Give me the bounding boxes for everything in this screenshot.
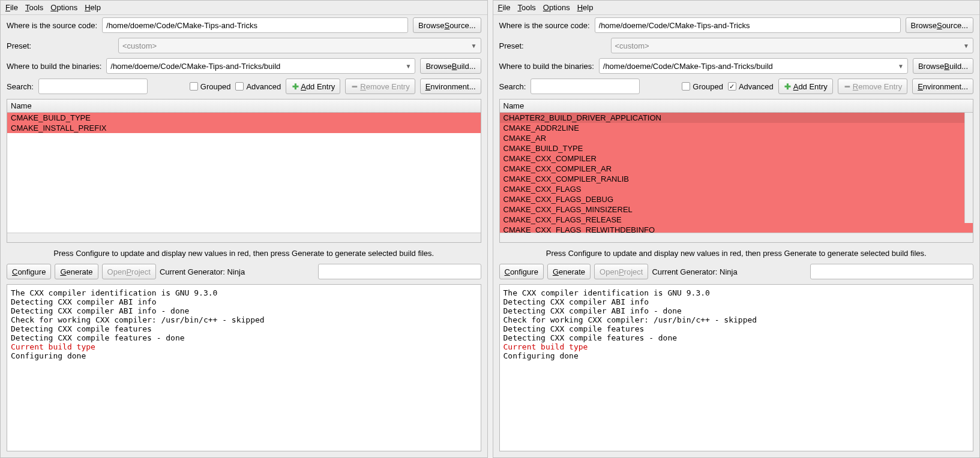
cache-variable-row[interactable]: CMAKE_BUILD_TYPE bbox=[500, 143, 973, 153]
environment-button[interactable]: Environment... bbox=[420, 79, 481, 94]
build-path-combo[interactable]: /home/doeme/Code/CMake-Tips-and-Tricks/b… bbox=[106, 58, 415, 74]
cache-variable-row[interactable]: CMAKE_CXX_COMPILER_AR bbox=[500, 164, 973, 174]
generate-button[interactable]: Generate bbox=[55, 264, 98, 279]
output-line: Configuring done bbox=[504, 351, 970, 360]
output-line: Configuring done bbox=[11, 351, 477, 360]
preset-combo[interactable]: <custom>▼ bbox=[118, 38, 481, 53]
chevron-down-icon: ▼ bbox=[898, 63, 904, 70]
cache-variable-row[interactable]: CMAKE_CXX_FLAGS_RELWITHDEBINFO bbox=[500, 225, 973, 233]
search-label: Search: bbox=[499, 82, 526, 91]
browse-build-button[interactable]: Browse Build... bbox=[420, 58, 481, 74]
advanced-checkbox[interactable]: Advanced bbox=[235, 82, 281, 91]
build-path-combo[interactable]: /home/doeme/Code/CMake-Tips-and-Tricks/b… bbox=[599, 58, 908, 74]
browse-source-button[interactable]: Browse Source... bbox=[413, 17, 481, 33]
cache-variable-row[interactable]: CMAKE_BUILD_TYPE bbox=[7, 113, 481, 123]
menubar: File Tools Options Help bbox=[493, 1, 980, 15]
add-entry-button[interactable]: ✚Add Entry bbox=[286, 79, 340, 94]
search-input[interactable] bbox=[531, 79, 640, 94]
menu-options[interactable]: Options bbox=[543, 3, 570, 12]
grouped-checkbox[interactable]: Grouped bbox=[682, 82, 723, 91]
cache-table-body-left[interactable]: CMAKE_BUILD_TYPECMAKE_INSTALL_PREFIX bbox=[7, 113, 481, 233]
source-path-input[interactable] bbox=[595, 17, 901, 33]
cache-variable-row[interactable]: CMAKE_INSTALL_PREFIX bbox=[7, 123, 481, 133]
grouped-checkbox[interactable]: Grouped bbox=[190, 82, 231, 91]
advanced-checkbox[interactable]: ✓Advanced bbox=[728, 82, 774, 91]
menubar: File Tools Options Help bbox=[1, 1, 487, 15]
menu-help[interactable]: Help bbox=[85, 3, 101, 12]
minus-icon: ━ bbox=[350, 82, 359, 91]
output-pane-right[interactable]: The CXX compiler identification is GNU 9… bbox=[499, 284, 974, 451]
source-path-input[interactable] bbox=[102, 17, 408, 33]
menu-tools[interactable]: Tools bbox=[517, 3, 535, 12]
menu-help[interactable]: Help bbox=[577, 3, 594, 12]
output-line: The CXX compiler identification is GNU 9… bbox=[11, 288, 477, 297]
menu-file[interactable]: File bbox=[5, 3, 18, 12]
cache-variable-row[interactable]: CMAKE_CXX_FLAGS bbox=[500, 184, 973, 194]
cache-variable-row[interactable]: CMAKE_AR bbox=[500, 133, 973, 143]
search-label: Search: bbox=[7, 82, 34, 91]
output-pane-left[interactable]: The CXX compiler identification is GNU 9… bbox=[7, 284, 481, 451]
cache-variable-row[interactable]: CHAPTER2_BUILD_DRIVER_APPLICATION bbox=[500, 113, 973, 123]
menu-options[interactable]: Options bbox=[50, 3, 77, 12]
cache-variable-row[interactable]: CMAKE_CXX_COMPILER_RANLIB bbox=[500, 174, 973, 184]
name-column-header[interactable]: Name bbox=[500, 100, 973, 113]
generate-button[interactable]: Generate bbox=[547, 264, 591, 279]
browse-build-button[interactable]: Browse Build... bbox=[913, 58, 973, 74]
cache-variable-row[interactable]: CMAKE_CXX_COMPILER bbox=[500, 153, 973, 164]
current-generator-label: Current Generator: Ninja bbox=[160, 267, 314, 276]
generator-extra-input[interactable] bbox=[318, 264, 481, 279]
cmake-gui-window-right: File Tools Options Help Where is the sou… bbox=[493, 0, 981, 458]
vertical-scrollbar[interactable] bbox=[964, 113, 973, 223]
horizontal-scrollbar[interactable] bbox=[7, 233, 481, 242]
menu-file[interactable]: File bbox=[498, 3, 511, 12]
generator-extra-input[interactable] bbox=[810, 264, 973, 279]
output-line: Detecting CXX compiler ABI info - done bbox=[504, 306, 970, 315]
cmake-gui-window-left: File Tools Options Help Where is the sou… bbox=[0, 0, 488, 458]
remove-entry-button[interactable]: ━Remove Entry bbox=[345, 79, 415, 94]
plus-icon: ✚ bbox=[784, 82, 792, 91]
cache-table: Name CMAKE_BUILD_TYPECMAKE_INSTALL_PREFI… bbox=[7, 99, 481, 243]
output-line: Detecting CXX compiler ABI info bbox=[11, 297, 477, 306]
cache-variable-row[interactable]: CMAKE_CXX_FLAGS_RELEASE bbox=[500, 215, 973, 225]
cache-variable-row[interactable]: CMAKE_ADDR2LINE bbox=[500, 123, 973, 133]
add-entry-button[interactable]: ✚Add Entry bbox=[778, 79, 833, 94]
preset-combo[interactable]: <custom>▼ bbox=[611, 38, 974, 53]
source-label: Where is the source code: bbox=[7, 21, 97, 30]
open-project-button[interactable]: Open Project bbox=[594, 264, 648, 279]
output-line: Detecting CXX compile features bbox=[11, 324, 477, 333]
cache-variable-row[interactable]: CMAKE_CXX_FLAGS_MINSIZEREL bbox=[500, 204, 973, 215]
search-input[interactable] bbox=[38, 79, 148, 94]
minus-icon: ━ bbox=[843, 82, 852, 91]
output-line: Detecting CXX compile features - done bbox=[11, 333, 477, 342]
configure-button[interactable]: Configure bbox=[7, 264, 51, 279]
chevron-down-icon: ▼ bbox=[963, 43, 969, 49]
source-label: Where is the source code: bbox=[499, 21, 590, 30]
horizontal-scrollbar[interactable] bbox=[500, 233, 973, 242]
preset-label: Preset: bbox=[499, 41, 606, 50]
name-column-header[interactable]: Name bbox=[7, 100, 481, 113]
cache-variable-row[interactable]: CMAKE_CXX_FLAGS_DEBUG bbox=[500, 194, 973, 204]
output-line: Detecting CXX compile features bbox=[504, 324, 970, 333]
configure-button[interactable]: Configure bbox=[499, 264, 544, 279]
build-label: Where to build the binaries: bbox=[7, 62, 101, 71]
preset-label: Preset: bbox=[7, 41, 113, 50]
build-label: Where to build the binaries: bbox=[499, 62, 594, 71]
output-line: Detecting CXX compiler ABI info bbox=[504, 297, 970, 306]
browse-source-button[interactable]: Browse Source... bbox=[906, 17, 973, 33]
output-line: Detecting CXX compile features - done bbox=[504, 333, 970, 342]
open-project-button[interactable]: Open Project bbox=[102, 264, 156, 279]
output-line: The CXX compiler identification is GNU 9… bbox=[504, 288, 970, 297]
hint-text: Press Configure to update and display ne… bbox=[1, 245, 487, 261]
output-line: Check for working CXX compiler: /usr/bin… bbox=[11, 315, 477, 324]
remove-entry-button[interactable]: ━Remove Entry bbox=[838, 79, 907, 94]
output-line: Check for working CXX compiler: /usr/bin… bbox=[504, 315, 970, 324]
current-generator-label: Current Generator: Ninja bbox=[652, 267, 807, 276]
menu-tools[interactable]: Tools bbox=[25, 3, 43, 12]
hint-text: Press Configure to update and display ne… bbox=[493, 245, 980, 261]
output-line: Current build type bbox=[504, 342, 970, 351]
cache-table-body-right[interactable]: CHAPTER2_BUILD_DRIVER_APPLICATIONCMAKE_A… bbox=[500, 113, 973, 233]
environment-button[interactable]: Environment... bbox=[912, 79, 973, 94]
output-line: Detecting CXX compiler ABI info - done bbox=[11, 306, 477, 315]
plus-icon: ✚ bbox=[291, 82, 299, 91]
output-line: Current build type bbox=[11, 342, 477, 351]
